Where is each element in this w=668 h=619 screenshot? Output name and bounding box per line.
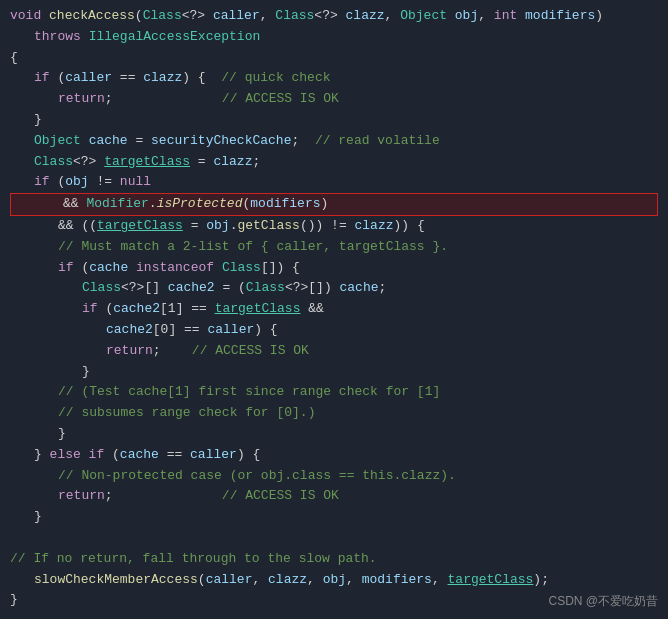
code-line-5: return; // ACCESS IS OK [10, 89, 658, 110]
code-line-26 [10, 528, 658, 549]
code-line-20: // subsumes range check for [0].) [10, 403, 658, 424]
code-line-25: } [10, 507, 658, 528]
code-line-27: // If no return, fall through to the slo… [10, 549, 658, 570]
code-line-16: cache2[0] == caller) { [10, 320, 658, 341]
code-line-19: // (Test cache[1] first since range chec… [10, 382, 658, 403]
code-line-2: throws IllegalAccessException [10, 27, 658, 48]
code-line-13: if (cache instanceof Class[]) { [10, 258, 658, 279]
code-line-11: && ((targetClass = obj.getClass()) != cl… [10, 216, 658, 237]
code-line-1: void checkAccess(Class<?> caller, Class<… [10, 6, 658, 27]
code-line-22: } else if (cache == caller) { [10, 445, 658, 466]
code-line-28: slowCheckMemberAccess(caller, clazz, obj… [10, 570, 658, 591]
code-line-10-highlighted: && Modifier.isProtected(modifiers) [10, 193, 658, 216]
code-line-7: Object cache = securityCheckCache; // re… [10, 131, 658, 152]
code-line-17: return; // ACCESS IS OK [10, 341, 658, 362]
code-line-12: // Must match a 2-list of { caller, targ… [10, 237, 658, 258]
code-line-21: } [10, 424, 658, 445]
code-line-3: { [10, 48, 658, 69]
watermark: CSDN @不爱吃奶昔 [548, 592, 658, 611]
code-line-24: return; // ACCESS IS OK [10, 486, 658, 507]
code-line-8: Class<?> targetClass = clazz; [10, 152, 658, 173]
code-line-15: if (cache2[1] == targetClass && [10, 299, 658, 320]
code-line-4: if (caller == clazz) { // quick check [10, 68, 658, 89]
code-line-23: // Non-protected case (or obj.class == t… [10, 466, 658, 487]
code-editor: void checkAccess(Class<?> caller, Class<… [0, 0, 668, 619]
code-line-18: } [10, 362, 658, 383]
code-line-14: Class<?>[] cache2 = (Class<?>[]) cache; [10, 278, 658, 299]
code-line-9: if (obj != null [10, 172, 658, 193]
code-line-6: } [10, 110, 658, 131]
